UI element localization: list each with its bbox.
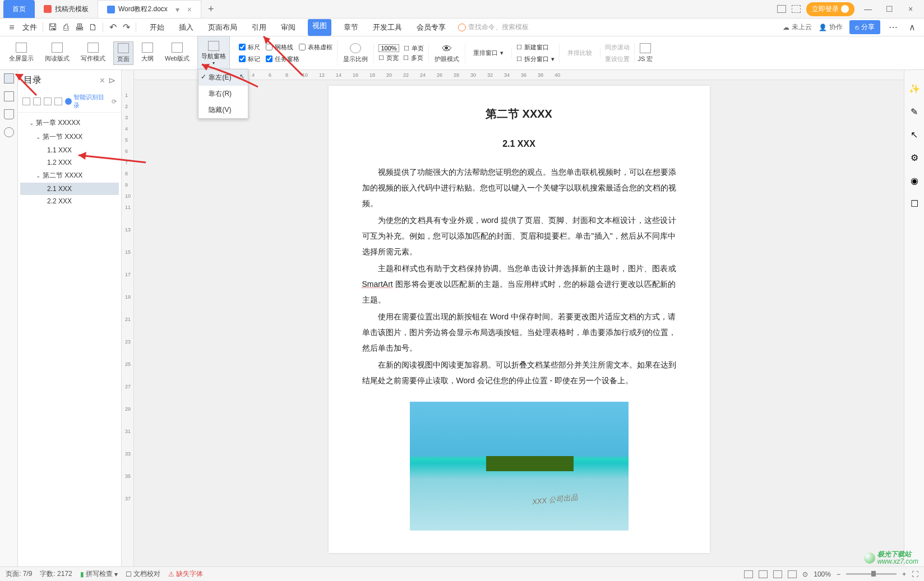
save-as-icon[interactable]: ⎙ — [60, 21, 72, 34]
tree-chapter-1[interactable]: ⌄第一章 XXXXX — [20, 116, 119, 130]
collapse-icon[interactable]: ∧ — [906, 21, 918, 34]
layout-icon-2[interactable] — [792, 5, 801, 13]
nav-dock-right[interactable]: 靠右(R) — [198, 86, 248, 102]
spell-check[interactable]: ▮拼写检查 ▾ — [80, 569, 118, 579]
menu-tab-view[interactable]: 视图 — [308, 19, 331, 36]
tab-dropdown-icon[interactable]: ▾ — [175, 5, 179, 14]
fit-icon[interactable]: ⊙ — [802, 570, 808, 578]
save-icon[interactable]: 🖫 — [47, 21, 59, 34]
menu-tab-dev[interactable]: 开发工具 — [371, 19, 404, 36]
coop-button[interactable]: 👤 协作 — [819, 22, 843, 32]
zoom-slider[interactable] — [846, 573, 897, 575]
demote-icon[interactable] — [54, 97, 62, 105]
search-rail-icon[interactable] — [4, 127, 14, 137]
js-macro[interactable]: JS 宏 — [635, 42, 657, 64]
page-status[interactable]: 页面: 7/9 — [6, 569, 32, 579]
tool-icon[interactable]: ✨ — [909, 83, 920, 94]
single-page[interactable]: ☐ 单页 — [404, 44, 424, 53]
tool-icon[interactable]: ☐ — [911, 198, 918, 209]
rearrange-button[interactable]: 重排窗口▾ — [470, 48, 507, 58]
file-menu[interactable]: 文件 — [20, 19, 39, 36]
tool-icon[interactable]: ↖ — [911, 129, 918, 140]
tool-icon[interactable]: ◉ — [911, 175, 918, 186]
grid-checkbox[interactable]: 网格线 — [266, 43, 293, 52]
expand-icon[interactable] — [22, 97, 30, 105]
zoom-out[interactable]: − — [837, 570, 840, 578]
tab-document[interactable]: Word教程2.docx ▾ × — [98, 0, 201, 18]
menu-tab-reference[interactable]: 引用 — [250, 19, 269, 36]
view-mode-2[interactable] — [759, 570, 768, 578]
multi-page[interactable]: ☐ 多页 — [403, 54, 423, 62]
fullscreen-button[interactable]: 全屏显示 — [6, 41, 37, 65]
collapse-icon[interactable] — [33, 97, 41, 105]
smart-outline-button[interactable]: 智能识别目录 ⟳ — [65, 93, 117, 110]
menu-tab-section[interactable]: 章节 — [341, 19, 361, 36]
login-button[interactable]: 立即登录 — [806, 2, 854, 16]
tree-item-1-1[interactable]: 1.1 XXX — [20, 144, 119, 156]
bookmark-rail-icon[interactable] — [4, 109, 14, 119]
tab-template[interactable]: 找稿壳模板 — [35, 0, 98, 18]
cloud-status[interactable]: ☁ 未上云 — [783, 22, 812, 32]
redo-icon[interactable]: ↷ — [120, 21, 132, 34]
nav-dock-left[interactable]: ✓靠左(E)↖ — [198, 69, 248, 86]
print-icon[interactable]: 🖶 — [73, 21, 86, 34]
tab-add-button[interactable]: + — [201, 3, 221, 15]
word-count[interactable]: 字数: 2172 — [40, 569, 72, 579]
mark-checkbox[interactable]: 标记 — [239, 55, 260, 63]
split-window[interactable]: ☐ 拆分窗口▾ — [516, 55, 555, 63]
view-mode-4[interactable] — [788, 570, 797, 578]
maximize-icon[interactable]: ☐ — [881, 4, 897, 13]
page-width[interactable]: ☐ 页宽 — [378, 54, 399, 62]
structure-rail-icon[interactable] — [4, 91, 14, 101]
view-mode-3[interactable] — [773, 570, 782, 578]
menu-tab-start[interactable]: 开始 — [147, 19, 167, 36]
refresh-icon[interactable]: ⟳ — [112, 98, 117, 105]
tab-close-icon[interactable]: × — [187, 5, 192, 14]
fullscreen-icon[interactable]: ⛶ — [912, 570, 918, 578]
layout-icon-1[interactable] — [777, 5, 786, 13]
page-button[interactable]: 页面 — [113, 41, 133, 65]
nav-pane-button[interactable]: 导航窗格 ▾ ✓靠左(E)↖ 靠右(R) 隐藏(V) — [197, 36, 230, 71]
web-button[interactable]: Web版式 — [161, 41, 193, 65]
menu-tab-insert[interactable]: 插入 — [177, 19, 196, 36]
reading-button[interactable]: 阅读版式 — [41, 41, 73, 65]
tool-icon[interactable]: ✎ — [911, 106, 918, 117]
table-grid-checkbox[interactable]: 表格虚框 — [299, 43, 332, 52]
more-icon[interactable]: ⋯ — [887, 21, 899, 34]
eye-mode[interactable]: 👁护眼模式 — [429, 43, 465, 63]
zoom-in[interactable]: + — [902, 570, 906, 578]
tab-home[interactable]: 首页 — [3, 0, 35, 18]
search-box[interactable]: 查找命令、搜索模板 — [458, 22, 529, 32]
view-mode-1[interactable] — [744, 570, 753, 578]
menu-icon[interactable]: ≡ — [6, 21, 18, 34]
close-icon[interactable]: × — [903, 4, 918, 13]
new-window[interactable]: ☐ 新建窗口 — [516, 43, 555, 52]
ruler-checkbox[interactable]: 标尺 — [239, 43, 260, 52]
tree-section-1[interactable]: ⌄第一节 XXXX — [20, 130, 119, 144]
outline-button[interactable]: 大纲 — [138, 41, 157, 65]
writing-button[interactable]: 写作模式 — [77, 41, 109, 65]
document-page[interactable]: 第二节 XXXX 2.1 XXX 视频提供了功能强大的方法帮助您证明您的观点。当… — [329, 86, 710, 553]
tool-icon[interactable]: ⚙ — [911, 152, 918, 163]
share-button[interactable]: ⎋ 分享 — [849, 20, 880, 34]
tree-section-2[interactable]: ⌄第二节 XXXX — [20, 169, 119, 183]
menu-tab-review[interactable]: 审阅 — [279, 19, 298, 36]
ratio-button[interactable]: 显示比例 — [338, 43, 374, 63]
promote-icon[interactable] — [44, 97, 52, 105]
menu-tab-vip[interactable]: 会员专享 — [414, 19, 448, 36]
missing-font[interactable]: ⚠缺失字体 — [168, 569, 203, 579]
zoom-100[interactable]: 100% — [378, 44, 399, 52]
panel-pin-icon[interactable]: ⊳ — [108, 75, 116, 86]
panel-close-icon[interactable]: × — [100, 76, 105, 86]
undo-icon[interactable]: ↶ — [107, 21, 119, 34]
tree-item-2-1[interactable]: 2.1 XXX — [20, 183, 119, 195]
menu-tab-layout[interactable]: 页面布局 — [206, 19, 239, 36]
zoom-value[interactable]: 100% — [814, 570, 831, 578]
nav-hide[interactable]: 隐藏(V) — [198, 102, 248, 118]
tree-item-1-2[interactable]: 1.2 XXX — [20, 156, 119, 169]
preview-icon[interactable]: 🗋 — [87, 21, 99, 34]
task-pane-checkbox[interactable]: 任务窗格 — [266, 55, 299, 63]
tree-item-2-2[interactable]: 2.2 XXX — [20, 195, 119, 207]
outline-rail-icon[interactable] — [4, 73, 14, 83]
proof[interactable]: ☐文档校对 — [126, 569, 160, 579]
